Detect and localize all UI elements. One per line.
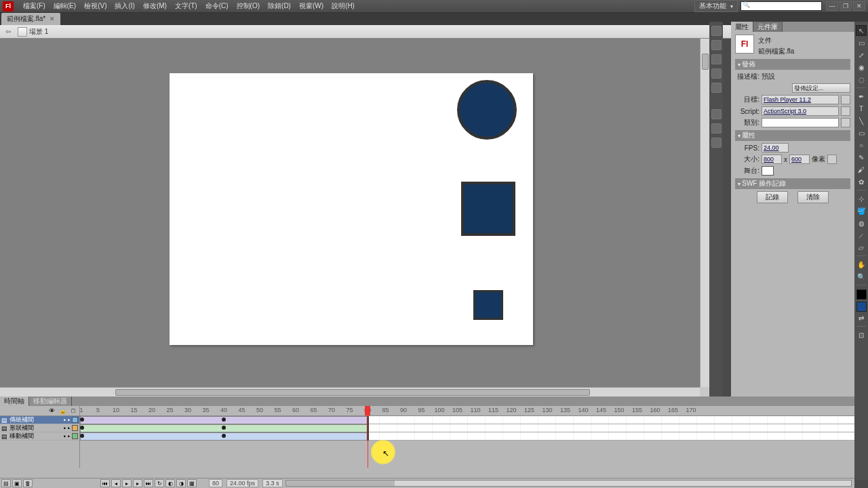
menu-text[interactable]: 文字(T) — [171, 1, 201, 11]
square-shape-large[interactable] — [461, 182, 515, 236]
class-input[interactable] — [762, 118, 839, 127]
menu-help[interactable]: 說明(H) — [328, 1, 359, 11]
dock-icon[interactable] — [711, 40, 722, 50]
next-frame-button[interactable]: ▸ — [133, 479, 142, 487]
layer-color-swatch[interactable] — [72, 433, 78, 439]
target-selector[interactable]: Flash Player 11.2 — [762, 95, 839, 104]
section-swf-history[interactable]: SWF 操作記錄 — [735, 178, 850, 189]
ink-bottle-tool-icon[interactable]: ◍ — [856, 218, 867, 228]
minimize-button[interactable]: — — [826, 1, 838, 11]
onion-skin-button[interactable]: ◐ — [165, 479, 175, 487]
dock-icon[interactable] — [711, 54, 722, 64]
menu-file[interactable]: 檔案(F) — [19, 1, 50, 11]
hand-tool-icon[interactable]: ✋ — [856, 259, 867, 270]
new-layer-button[interactable]: ▤ — [1, 479, 11, 487]
zoom-tool-icon[interactable]: 🔍 — [856, 271, 867, 282]
pen-tool-icon[interactable]: ✒ — [856, 91, 867, 102]
dock-icon[interactable] — [711, 109, 722, 119]
fps-value[interactable]: 24.00 — [762, 143, 789, 152]
search-input[interactable] — [741, 1, 822, 11]
edit-multiple-button[interactable]: ▦ — [187, 479, 197, 487]
document-tab[interactable]: 範例檔案.fla* ✕ — [1, 13, 60, 25]
prev-frame-button[interactable]: ◂ — [111, 479, 121, 487]
timeline-scrollbar[interactable] — [285, 480, 852, 487]
stage-scrollbar-vertical[interactable] — [700, 39, 709, 387]
color-swap-icon[interactable]: ⇄ — [856, 312, 867, 323]
script-settings-icon[interactable] — [841, 106, 850, 116]
restore-button[interactable]: ❐ — [840, 1, 852, 11]
square-shape-small[interactable] — [473, 290, 503, 320]
dock-icon[interactable] — [711, 26, 722, 36]
menu-view[interactable]: 檢視(V) — [80, 1, 111, 11]
eyedropper-tool-icon[interactable]: ⟋ — [856, 230, 867, 241]
lasso-tool-icon[interactable]: ◌ — [856, 74, 867, 85]
script-selector[interactable]: ActionScript 3.0 — [762, 106, 839, 116]
first-frame-button[interactable]: ⏮ — [100, 479, 110, 487]
play-button[interactable]: ▸ — [122, 479, 132, 487]
fill-color-swatch[interactable] — [856, 302, 867, 312]
stage-canvas[interactable] — [170, 73, 533, 345]
stage-width[interactable]: 800 — [762, 155, 782, 164]
line-tool-icon[interactable]: ╲ — [856, 115, 867, 126]
stage-height[interactable]: 600 — [789, 155, 810, 164]
delete-layer-button[interactable]: 🗑 — [23, 479, 33, 487]
brush-tool-icon[interactable]: 🖌 — [856, 164, 867, 175]
tab-timeline[interactable]: 時間軸 — [0, 396, 29, 406]
layer-color-swatch[interactable] — [72, 417, 78, 423]
close-tab-icon[interactable]: ✕ — [50, 16, 55, 22]
layer-row[interactable]: ▤移動補間•• — [0, 432, 79, 441]
onion-outlines-button[interactable]: ◑ — [176, 479, 186, 487]
dock-icon[interactable] — [711, 138, 722, 148]
close-button[interactable]: ✕ — [853, 1, 865, 11]
oval-tool-icon[interactable]: ○ — [856, 140, 867, 150]
stroke-color-swatch[interactable] — [856, 289, 867, 300]
lock-icon[interactable]: 🔒 — [59, 407, 66, 414]
workspace-switcher[interactable]: 基本功能 — [694, 0, 738, 12]
pencil-tool-icon[interactable]: ✎ — [856, 152, 867, 163]
swf-clear-button[interactable]: 清除 — [797, 191, 829, 203]
size-settings-icon[interactable] — [827, 155, 837, 164]
target-settings-icon[interactable] — [841, 95, 850, 104]
menu-control[interactable]: 控制(O) — [233, 1, 264, 11]
text-tool-icon[interactable]: T — [856, 103, 867, 114]
deco-tool-icon[interactable]: ✿ — [856, 176, 867, 187]
last-frame-button[interactable]: ⏭ — [144, 479, 153, 487]
circle-shape[interactable] — [457, 80, 517, 140]
menu-edit[interactable]: 編輯(E) — [50, 1, 80, 11]
paint-bucket-tool-icon[interactable]: 🪣 — [856, 205, 867, 216]
publish-settings-button[interactable]: 發佈設定... — [792, 83, 851, 93]
section-properties[interactable]: 屬性 — [735, 130, 850, 141]
back-icon[interactable]: ⇦ — [3, 26, 14, 37]
menu-modify[interactable]: 修改(M) — [139, 1, 171, 11]
snap-option-icon[interactable]: ⊡ — [856, 329, 867, 340]
dock-icon[interactable] — [711, 83, 722, 93]
swf-log-button[interactable]: 記錄 — [757, 191, 788, 203]
3d-rotation-tool-icon[interactable]: ◉ — [856, 62, 867, 73]
scene-breadcrumb[interactable]: 場景 1 — [18, 27, 48, 37]
subselect-tool-icon[interactable]: ▭ — [856, 37, 867, 48]
section-publish[interactable]: 發佈 — [735, 59, 850, 70]
frame-ruler[interactable]: 1510152025303540455055606570758085909510… — [80, 406, 854, 416]
tab-library[interactable]: 元件庫 — [753, 22, 783, 32]
loop-button[interactable]: ↻ — [155, 479, 164, 487]
eraser-tool-icon[interactable]: ▱ — [856, 242, 867, 253]
bone-tool-icon[interactable]: ⊹ — [856, 193, 867, 204]
rectangle-tool-icon[interactable]: ▭ — [856, 127, 867, 138]
menu-window[interactable]: 視窗(W) — [295, 1, 328, 11]
new-folder-button[interactable]: ▣ — [12, 479, 22, 487]
menu-command[interactable]: 命令(C) — [201, 1, 233, 11]
eye-icon[interactable]: 👁 — [48, 407, 55, 414]
tab-properties[interactable]: 屬性 — [731, 22, 753, 32]
outline-icon[interactable]: □ — [70, 407, 77, 414]
menu-insert[interactable]: 插入(I) — [111, 1, 138, 11]
free-transform-tool-icon[interactable]: ⤢ — [856, 49, 867, 60]
layer-color-swatch[interactable] — [72, 425, 78, 431]
stage-scrollbar-horizontal[interactable] — [0, 387, 700, 396]
stage-color-swatch[interactable] — [762, 166, 774, 176]
tab-motion-editor[interactable]: 移動編輯器 — [29, 396, 72, 406]
dock-icon[interactable] — [711, 68, 722, 79]
menu-debug[interactable]: 除錯(D) — [264, 1, 295, 11]
class-edit-icon[interactable] — [841, 118, 850, 127]
selection-tool-icon[interactable]: ↖ — [856, 25, 867, 36]
dock-icon[interactable] — [711, 123, 722, 134]
